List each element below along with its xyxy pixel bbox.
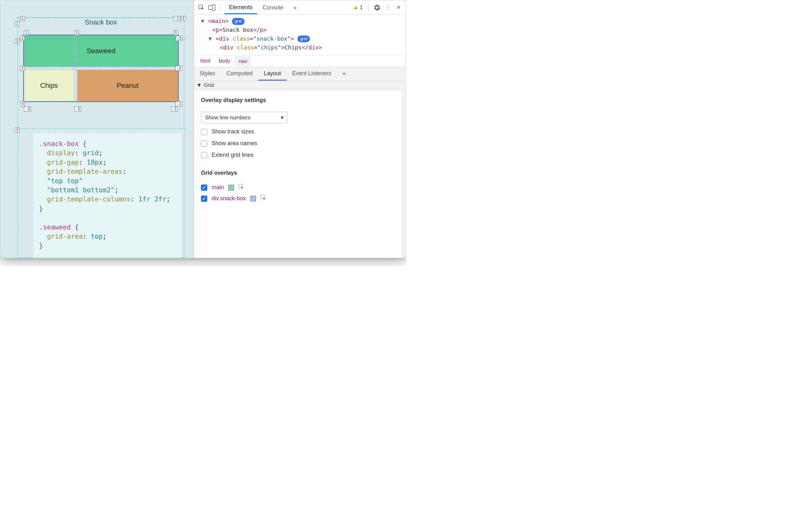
tab-elements[interactable]: Elements [224, 1, 257, 14]
chevron-down-icon: ▾ [281, 114, 284, 121]
page-title: Snack box [21, 18, 181, 26]
grid-line-label: -3 [24, 107, 31, 111]
dom-tree[interactable]: ▼ <main> grid <p>Snack box</p> ▼ <div cl… [194, 15, 406, 55]
tab-layout[interactable]: Layout [258, 67, 287, 81]
overlay-display-heading: Overlay display settings [201, 97, 394, 103]
color-swatch[interactable] [228, 185, 234, 191]
grid-line-label: 3 [173, 30, 178, 35]
caret-icon[interactable]: ▼ [201, 17, 205, 26]
overlay-snackbox-checkbox[interactable]: ✓ [201, 195, 207, 202]
breadcrumb-item[interactable]: html [197, 57, 214, 66]
grid-line-label: 1 [24, 30, 29, 35]
breadcrumb-item[interactable]: nav [235, 57, 251, 66]
scrollbar-thumb[interactable] [402, 90, 405, 112]
tabs-overflow-icon[interactable]: » [289, 1, 301, 14]
grid-line-label: 3 [20, 101, 25, 107]
outer-grid-label: 1 [15, 22, 19, 26]
layout-panel-body: Overlay display settings Show line numbe… [194, 90, 406, 258]
grid-line-label: 2 [20, 66, 25, 71]
tab-computed[interactable]: Computed [221, 67, 258, 81]
show-track-sizes-checkbox[interactable] [201, 129, 207, 135]
line-numbers-select[interactable]: Show line numbers ▾ [201, 112, 288, 123]
grid-badge[interactable]: grid [298, 36, 310, 42]
grid-line-label: -3 [175, 36, 183, 41]
outer-grid-label: 2 [15, 39, 19, 44]
checkbox-label: Extend grid lines [212, 152, 253, 158]
grid-overlays-heading: Grid overlays [201, 170, 394, 176]
overlay-item-label[interactable]: main [212, 184, 224, 191]
caret-icon[interactable]: ▼ [208, 34, 212, 43]
reveal-in-elements-icon[interactable] [260, 195, 266, 202]
reveal-in-elements-icon[interactable] [238, 184, 244, 191]
grid-line-label: -1 [175, 101, 183, 107]
devtools-pane: Elements Console » ▲ 1 ⋮ ✕ ▼ <main> grid… [194, 0, 406, 258]
warning-icon: ▲ [353, 4, 359, 11]
grid-line-label: -2 [74, 107, 81, 111]
close-icon[interactable]: ✕ [394, 3, 403, 12]
caret-down-icon: ▼ [197, 82, 202, 88]
devtools-toolbar: Elements Console » ▲ 1 ⋮ ✕ [194, 0, 406, 15]
separator [220, 4, 221, 11]
devtools-window: Snack box Seaweed Chips Peanut 1 2 3 1 [0, 0, 406, 258]
kebab-menu-icon[interactable]: ⋮ [383, 3, 392, 12]
grid-line-label: -1 [171, 107, 178, 111]
checkbox-label: Show area names [212, 140, 257, 147]
grid-line-label: 2 [74, 30, 79, 35]
tab-console[interactable]: Console [258, 1, 288, 14]
breadcrumb[interactable]: html body nav [194, 55, 406, 67]
code-snippet: .snack-box { display: grid; grid-gap: 10… [33, 133, 182, 258]
subpanel-tabs: Styles Computed Layout Event Listeners » [194, 67, 406, 81]
section-grid-header[interactable]: ▼ Grid [194, 81, 406, 90]
outer-grid-label: -1 [173, 16, 180, 21]
grid-line-label: -2 [175, 66, 183, 71]
separator [368, 4, 368, 11]
outer-grid-label: 1 [20, 16, 25, 21]
overlay-main-checkbox[interactable]: ✓ [201, 184, 207, 191]
device-toggle-icon[interactable] [207, 3, 217, 12]
inspect-icon[interactable] [197, 3, 206, 12]
grid-overlay-list: ✓ main ✓ div.snack-box [201, 182, 394, 204]
outer-grid-label: 3 [15, 127, 19, 132]
snack-box-grid: Seaweed Chips Peanut 1 2 3 1 -3 2 -2 3 [21, 32, 181, 104]
grid-cell-seaweed: Seaweed [24, 35, 178, 67]
preview-pane: Snack box Seaweed Chips Peanut 1 2 3 1 [0, 0, 194, 258]
grid-line-label: 1 [20, 36, 25, 41]
subtabs-overflow-icon[interactable]: » [337, 67, 351, 81]
show-area-names-checkbox[interactable] [201, 140, 207, 147]
grid-cell-peanut: Peanut [77, 70, 178, 101]
warnings-indicator[interactable]: ▲ 1 [353, 4, 363, 11]
outer-grid-label: 2 [181, 16, 186, 21]
svg-rect-2 [212, 5, 215, 10]
grid-cell-chips: Chips [24, 70, 74, 101]
overlay-item-label[interactable]: div.snack-box [212, 195, 246, 202]
extend-grid-lines-checkbox[interactable] [201, 152, 207, 158]
breadcrumb-item[interactable]: body [215, 57, 233, 66]
checkbox-label: Show track sizes [212, 128, 254, 135]
tab-styles[interactable]: Styles [194, 67, 221, 81]
tab-event-listeners[interactable]: Event Listeners [287, 67, 337, 81]
gear-icon[interactable] [372, 3, 382, 12]
grid-container: Seaweed Chips Peanut [24, 35, 178, 101]
grid-badge[interactable]: grid [232, 18, 244, 25]
color-swatch[interactable] [250, 196, 256, 201]
